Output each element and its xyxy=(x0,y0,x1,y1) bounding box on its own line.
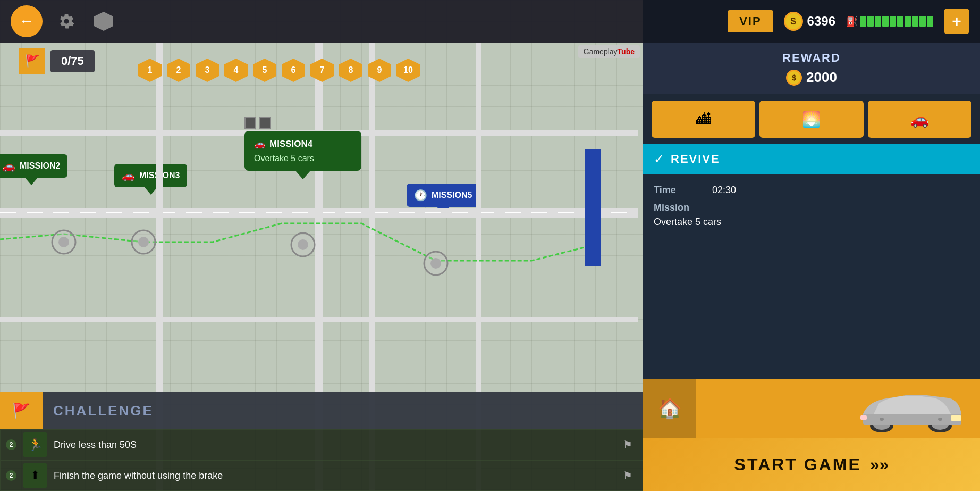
start-game-chevrons: »» xyxy=(870,455,889,475)
reward-title: REWARD xyxy=(654,51,969,65)
gameplay-tube-watermark: GameplayTube xyxy=(578,45,640,58)
challenge-item-1-text: Drive less than 50S xyxy=(54,439,612,451)
level-dot-9[interactable]: 9 xyxy=(368,59,391,82)
icon-tab-road[interactable]: 🚗 xyxy=(868,101,971,138)
mission4-flag2 xyxy=(259,117,271,129)
time-row: Time 02:30 xyxy=(654,185,969,196)
mission-details: Time 02:30 Mission Overtake 5 cars xyxy=(643,174,980,379)
icon-tab-city[interactable]: 🏙 xyxy=(652,101,755,138)
add-currency-button[interactable]: + xyxy=(944,9,969,34)
challenge-item-2[interactable]: 2 ⬆ Finish the game without using the br… xyxy=(0,460,643,491)
vip-button[interactable]: VIP xyxy=(728,10,773,32)
challenge-item-1[interactable]: 2 🏃 Drive less than 50S ⚑ xyxy=(0,429,643,460)
progress-section: 🚩 0/75 xyxy=(19,48,95,74)
reward-section: REWARD $ 2000 xyxy=(643,43,980,94)
start-game-label: START GAME xyxy=(734,455,861,475)
mission-detail-row: Mission Overtake 5 cars xyxy=(654,202,969,228)
bottom-section: 🚩 CHALLENGE 2 🏃 Drive less than 50S ⚑ 2 … xyxy=(0,392,643,491)
coin-icon: $ xyxy=(784,12,803,31)
mission4-label: MISSION4 xyxy=(269,139,312,149)
car-silhouette xyxy=(852,385,969,432)
gameplay-text: Gameplay xyxy=(584,47,618,56)
reward-coin-icon: $ xyxy=(786,70,802,86)
right-top-bar: VIP $ 6396 ⛽ + xyxy=(643,0,980,43)
challenge-items: 2 🏃 Drive less than 50S ⚑ 2 ⬆ Finish the… xyxy=(0,429,643,491)
challenge-item-2-icon: ⬆ xyxy=(23,463,47,488)
check-icon: ✓ xyxy=(654,152,664,167)
level-dot-1[interactable]: 1 xyxy=(138,59,162,82)
settings-button[interactable] xyxy=(53,8,80,35)
svg-point-23 xyxy=(938,418,942,421)
coin-amount: 6396 xyxy=(807,14,835,29)
svg-point-11 xyxy=(138,237,149,247)
reward-amount: $ 2000 xyxy=(654,69,969,86)
svg-point-13 xyxy=(298,239,308,250)
progress-counter: 0/75 xyxy=(50,50,95,72)
revive-section[interactable]: ✓ REVIVE xyxy=(643,144,980,174)
challenge-flag-icon: 🚩 xyxy=(0,392,43,429)
mission4-flag1 xyxy=(244,117,256,129)
level-dot-3[interactable]: 3 xyxy=(196,59,219,82)
fuel-segments xyxy=(860,16,933,27)
level-dot-8[interactable]: 8 xyxy=(339,59,362,82)
challenge-title: CHALLENGE xyxy=(43,403,164,419)
challenge-item-1-icon: 🏃 xyxy=(23,432,47,457)
challenge-bar: 🚩 CHALLENGE xyxy=(0,392,643,429)
cube-button[interactable] xyxy=(90,8,117,35)
settings-icon xyxy=(58,13,75,30)
start-game-button[interactable]: START GAME »» xyxy=(643,438,980,491)
svg-point-15 xyxy=(430,258,441,269)
garage-icon: 🏠 xyxy=(643,379,696,438)
level-dot-6[interactable]: 6 xyxy=(282,59,305,82)
time-value: 02:30 xyxy=(712,185,736,196)
garage-section[interactable]: 🏠 xyxy=(643,379,980,438)
back-button[interactable]: ← xyxy=(11,5,43,37)
tube-text: Tube xyxy=(618,47,635,56)
mission4-description: Overtake 5 cars xyxy=(254,154,352,163)
svg-rect-21 xyxy=(863,414,961,425)
challenge-item-1-num: 2 xyxy=(6,439,16,450)
car-display xyxy=(696,385,980,432)
icon-tab-sunset[interactable]: 🌅 xyxy=(759,101,863,138)
challenge-item-2-text: Finish the game without using the brake xyxy=(54,470,612,481)
mission-detail-value: Overtake 5 cars xyxy=(654,217,721,227)
challenge-item-2-num: 2 xyxy=(6,470,16,481)
mission4-car-icon: 🚗 xyxy=(254,138,265,149)
flag-badge: 🚩 xyxy=(19,48,45,74)
right-panel: VIP $ 6396 ⛽ + REWARD $ xyxy=(643,0,980,491)
level-dot-5[interactable]: 5 xyxy=(253,59,276,82)
cube-icon xyxy=(94,12,113,31)
fuel-bar: ⛽ xyxy=(846,15,933,27)
level-dot-2[interactable]: 2 xyxy=(167,59,190,82)
svg-rect-16 xyxy=(585,149,601,266)
map-area: ← 🚩 0/75 1 2 3 4 5 6 7 8 9 10 🚗 MISSION2 xyxy=(0,0,643,491)
challenge-item-1-flag: ⚑ xyxy=(618,435,637,454)
level-dot-10[interactable]: 10 xyxy=(396,59,420,82)
coin-display: $ 6396 xyxy=(784,12,835,31)
mission-detail-label: Mission xyxy=(654,202,969,213)
fuel-pump-icon: ⛽ xyxy=(846,15,858,27)
level-dot-7[interactable]: 7 xyxy=(310,59,334,82)
icon-tabs: 🏙 🌅 🚗 xyxy=(643,94,980,144)
mission4-card[interactable]: 🚗 MISSION4 Overtake 5 cars xyxy=(244,117,271,131)
revive-label: REVIVE xyxy=(671,152,720,166)
challenge-item-2-flag: ⚑ xyxy=(618,466,637,485)
svg-point-9 xyxy=(58,237,69,247)
svg-point-22 xyxy=(880,418,884,421)
level-dot-4[interactable]: 4 xyxy=(224,59,248,82)
level-dots: 1 2 3 4 5 6 7 8 9 10 xyxy=(138,59,420,82)
top-bar: ← xyxy=(0,0,643,43)
svg-rect-24 xyxy=(951,415,961,421)
time-label: Time xyxy=(654,185,702,196)
reward-value: 2000 xyxy=(806,69,837,86)
svg-rect-25 xyxy=(860,415,867,420)
